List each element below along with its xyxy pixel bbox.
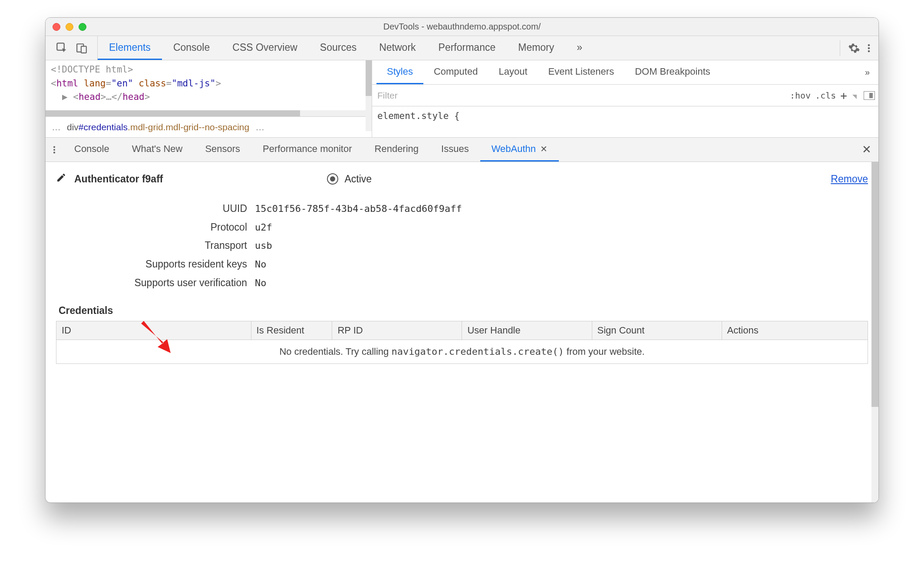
prop-row-resident-keys: Supports resident keysNo — [56, 255, 868, 274]
credentials-table: ID Is Resident RP ID User Handle Sign Co… — [56, 321, 868, 364]
drawer-tab-rendering[interactable]: Rendering — [363, 138, 430, 162]
cls-toggle[interactable]: .cls — [815, 90, 836, 101]
authenticator-name: Authenticator f9aff — [74, 173, 163, 185]
drawer-tab-console[interactable]: Console — [63, 138, 121, 162]
drawer-tab-sensors[interactable]: Sensors — [194, 138, 251, 162]
col-is-resident[interactable]: Is Resident — [251, 321, 332, 340]
tab-elements[interactable]: Elements — [98, 36, 162, 60]
drawer-tab-issues[interactable]: Issues — [430, 138, 480, 162]
drawer-tab-performance-monitor[interactable]: Performance monitor — [251, 138, 363, 162]
source-line-head: ▶ <head>…</head> — [51, 90, 366, 104]
tab-performance[interactable]: Performance — [427, 36, 507, 60]
source-line-doctype: <!DOCTYPE html> — [51, 63, 366, 77]
dom-source[interactable]: <!DOCTYPE html> <html lang="en" class="m… — [46, 60, 372, 110]
subtabs-overflow-button[interactable]: » — [861, 60, 874, 84]
tab-sources[interactable]: Sources — [309, 36, 368, 60]
svg-point-7 — [53, 149, 55, 150]
drawer-tabstrip: Console What's New Sensors Performance m… — [46, 138, 878, 162]
active-radio[interactable] — [327, 173, 338, 185]
breadcrumb-right-ellipsis[interactable]: … — [255, 122, 264, 132]
gear-icon[interactable] — [848, 42, 860, 54]
device-toolbar-icon[interactable] — [76, 42, 87, 54]
tab-css-overview[interactable]: CSS Overview — [221, 36, 309, 60]
styles-panel: Styles Computed Layout Event Listeners D… — [372, 60, 878, 137]
divider — [840, 40, 840, 56]
svg-point-5 — [868, 50, 870, 52]
drawer-kebab-icon[interactable] — [46, 138, 63, 162]
empty-text-pre: No credentials. Try calling — [279, 346, 391, 357]
tab-network[interactable]: Network — [368, 36, 427, 60]
edit-icon[interactable] — [56, 172, 66, 185]
dogear-icon — [852, 95, 857, 99]
tab-memory[interactable]: Memory — [507, 36, 565, 60]
subtab-event-listeners[interactable]: Event Listeners — [538, 60, 625, 84]
close-tab-icon[interactable]: ✕ — [540, 144, 548, 154]
col-actions[interactable]: Actions — [722, 321, 868, 340]
tab-console[interactable]: Console — [162, 36, 221, 60]
titlebar: DevTools - webauthndemo.appspot.com/ — [46, 18, 878, 36]
element-style-rule[interactable]: element.style { — [372, 106, 878, 125]
webauthn-panel: Authenticator f9aff Active Remove UUID15… — [46, 162, 878, 502]
close-drawer-icon[interactable]: ✕ — [855, 138, 878, 162]
main-tabs: Elements Console CSS Overview Sources Ne… — [98, 36, 594, 60]
remove-authenticator-link[interactable]: Remove — [831, 173, 868, 185]
devtools-window: DevTools - webauthndemo.appspot.com/ Ele… — [45, 17, 879, 503]
subtab-dom-breakpoints[interactable]: DOM Breakpoints — [624, 60, 721, 84]
table-header-row: ID Is Resident RP ID User Handle Sign Co… — [56, 321, 868, 340]
table-empty-row: No credentials. Try calling navigator.cr… — [56, 340, 868, 364]
styles-subtabs: Styles Computed Layout Event Listeners D… — [372, 60, 878, 85]
credentials-title: Credentials — [59, 305, 868, 317]
inspect-element-icon[interactable] — [56, 42, 68, 54]
active-radio-label: Active — [344, 173, 372, 185]
styles-filter-bar: :hov .cls + — [372, 85, 878, 106]
subtab-layout[interactable]: Layout — [488, 60, 538, 84]
authenticator-header: Authenticator f9aff Active Remove — [56, 172, 868, 185]
breadcrumb[interactable]: … div#credentials.mdl-grid.mdl-grid--no-… — [46, 116, 372, 137]
source-line-html: <html lang="en" class="mdl-js"> — [51, 77, 366, 91]
svg-point-8 — [53, 152, 55, 153]
tabs-overflow-button[interactable]: » — [565, 36, 594, 60]
svg-rect-2 — [81, 46, 86, 53]
subtab-styles[interactable]: Styles — [376, 60, 423, 84]
new-style-rule-button[interactable]: + — [840, 89, 847, 102]
dom-tree-panel: <!DOCTYPE html> <html lang="en" class="m… — [46, 60, 372, 137]
drawer-tab-whats-new[interactable]: What's New — [121, 138, 194, 162]
breadcrumb-left-ellipsis[interactable]: … — [52, 122, 61, 132]
authenticator-properties: UUID15c01f56-785f-43b4-ab58-4facd60f9aff… — [56, 199, 868, 292]
prop-row-user-verification: Supports user verificationNo — [56, 274, 868, 292]
col-user-handle[interactable]: User Handle — [462, 321, 592, 340]
drawer-tab-webauthn[interactable]: WebAuthn ✕ — [480, 138, 559, 162]
empty-code: navigator.credentials.create() — [391, 346, 564, 357]
empty-text-post: from your website. — [564, 346, 645, 357]
prop-row-protocol: Protocolu2f — [56, 218, 868, 237]
col-rp-id[interactable]: RP ID — [332, 321, 462, 340]
breadcrumb-selected[interactable]: div#credentials.mdl-grid.mdl-grid--no-sp… — [67, 122, 249, 132]
subtab-computed[interactable]: Computed — [423, 60, 488, 84]
prop-row-uuid: UUID15c01f56-785f-43b4-ab58-4facd60f9aff — [56, 199, 868, 218]
col-id[interactable]: ID — [56, 321, 251, 340]
prop-row-transport: Transportusb — [56, 236, 868, 255]
panel-vertical-scrollbar[interactable] — [871, 162, 878, 502]
toggle-sidebar-icon[interactable] — [864, 91, 875, 100]
main-tabstrip: Elements Console CSS Overview Sources Ne… — [46, 36, 878, 60]
elements-split: <!DOCTYPE html> <html lang="en" class="m… — [46, 60, 878, 138]
window-title: DevTools - webauthndemo.appspot.com/ — [46, 22, 878, 32]
kebab-menu-icon[interactable] — [864, 42, 874, 54]
svg-point-3 — [868, 44, 870, 46]
hov-toggle[interactable]: :hov — [790, 90, 811, 101]
svg-point-6 — [53, 146, 55, 148]
svg-point-4 — [868, 47, 870, 49]
styles-filter-input[interactable] — [376, 90, 790, 101]
dom-vertical-scrollbar[interactable] — [366, 60, 372, 131]
col-sign-count[interactable]: Sign Count — [592, 321, 722, 340]
dom-horizontal-scrollbar[interactable] — [46, 110, 372, 116]
